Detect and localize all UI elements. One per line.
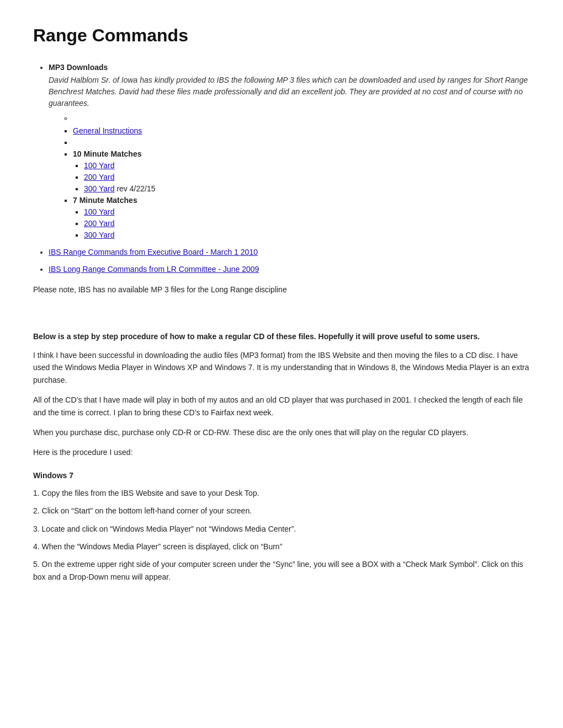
- circle-empty-item: [73, 113, 530, 124]
- general-instructions-li: General Instructions: [73, 125, 530, 137]
- lr-committee-link[interactable]: IBS Long Range Commands from LR Committe…: [49, 265, 259, 274]
- top-level-list: MP3 Downloads David Halblom Sr. of Iowa …: [33, 62, 530, 275]
- windows7-step-3: 3. Locate and click on “Windows Media Pl…: [33, 523, 530, 535]
- ten-minute-matches-li: 10 Minute Matches 100 Yard 200 Yard 300 …: [73, 148, 530, 195]
- cd-para-1: I think I have been successful in downlo…: [33, 349, 530, 386]
- 7min-200yard-link[interactable]: 200 Yard: [84, 219, 115, 228]
- 7min-300yard-link[interactable]: 300 Yard: [84, 231, 115, 239]
- 10min-200yard: 200 Yard: [84, 172, 530, 183]
- general-instructions-link[interactable]: General Instructions: [73, 126, 142, 135]
- 7min-200yard: 200 Yard: [84, 218, 530, 229]
- exec-board-link[interactable]: IBS Range Commands from Executive Board …: [49, 248, 258, 256]
- blank-li: [73, 137, 530, 148]
- lr-committee-link-item: IBS Long Range Commands from LR Committe…: [49, 264, 530, 275]
- windows7-step-4: 4. When the “Windows Media Player” scree…: [33, 540, 530, 553]
- mp3-downloads-item: MP3 Downloads David Halblom Sr. of Iowa …: [49, 62, 530, 241]
- general-instructions-item: General Instructions 10 Minute Matches 1…: [62, 125, 530, 241]
- 10min-300yard-link[interactable]: 300 Yard: [84, 184, 115, 193]
- mp3-sub-list: General Instructions 10 Minute Matches 1…: [49, 113, 530, 241]
- exec-board-link-item: IBS Range Commands from Executive Board …: [49, 247, 530, 258]
- cd-section-heading: Below is a step by step procedure of how…: [33, 331, 530, 342]
- 10min-300yard: 300 Yard rev 4/22/15: [84, 183, 530, 195]
- long-range-note: Please note, IBS has no available MP 3 f…: [33, 284, 530, 296]
- 10min-100yard-link[interactable]: 100 Yard: [84, 161, 115, 170]
- windows7-step-1: 1. Copy the files from the IBS Website a…: [33, 487, 530, 499]
- circle-placeholder: [62, 113, 530, 124]
- seven-minute-label: 7 Minute Matches: [73, 196, 137, 205]
- windows7-step-2: 2. Click on “Start” on the bottom left-h…: [33, 505, 530, 517]
- ten-minute-label: 10 Minute Matches: [73, 149, 141, 158]
- 10min-100yard: 100 Yard: [84, 160, 530, 172]
- cd-para-4: Here is the procedure I used:: [33, 446, 530, 458]
- windows7-heading: Windows 7: [33, 470, 530, 481]
- cd-para-3: When you purchase disc, purchase only CD…: [33, 426, 530, 438]
- seven-minute-sub-list: 100 Yard 200 Yard 300 Yard: [73, 206, 530, 241]
- 7min-100yard-link[interactable]: 100 Yard: [84, 207, 115, 216]
- seven-minute-matches-li: 7 Minute Matches 100 Yard 200 Yard 300 Y…: [73, 195, 530, 241]
- ten-minute-sub-list: 100 Yard 200 Yard 300 Yard rev 4/22/15: [73, 160, 530, 195]
- cd-para-2: All of the CD’s that I have made will pl…: [33, 394, 530, 419]
- 10min-200yard-link[interactable]: 200 Yard: [84, 173, 115, 181]
- 7min-300yard: 300 Yard: [84, 229, 530, 241]
- 10min-300yard-suffix: rev 4/22/15: [115, 184, 156, 193]
- mp3-downloads-label: MP3 Downloads: [49, 63, 108, 72]
- 7min-100yard: 100 Yard: [84, 206, 530, 218]
- page-title: Range Commands: [33, 22, 530, 49]
- mp3-downloads-description: David Halblom Sr. of Iowa has kindly pro…: [49, 74, 530, 109]
- windows7-step-5: 5. On the extreme upper right side of yo…: [33, 558, 530, 583]
